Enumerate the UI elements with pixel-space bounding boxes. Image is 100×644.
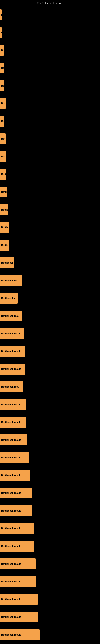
bar-row: Bottleneck resu (0, 378, 100, 396)
bar-label-33: Bottleneck result (1, 598, 21, 601)
bar-row: Bottleneck result (0, 608, 100, 626)
bar-4: Bo (0, 80, 4, 91)
bar-row: Bottleneck result (0, 466, 100, 484)
bar-31: Bottleneck result (0, 558, 36, 569)
bar-row: Bottleneck result (0, 537, 100, 555)
bar-row: Bottleneck result (0, 555, 100, 573)
bar-19: Bottleneck result (0, 346, 25, 357)
bar-label-9: Bott (1, 173, 6, 176)
site-title: TheBottlenecker.com (0, 0, 100, 6)
bar-label-8: Bot (1, 155, 5, 158)
bar-row: Bot (0, 94, 100, 112)
bar-6: Bo (0, 116, 4, 126)
bar-label-13: Bottle (1, 244, 8, 246)
bar-row: Bot (0, 130, 100, 148)
bars-container: BBBoBoBoBotBoBotBotBottBottlBottleBottle… (0, 6, 100, 644)
bar-row: Bott (0, 166, 100, 183)
bar-row: B (0, 24, 100, 42)
bar-11: Bottle (0, 204, 8, 215)
bar-22: Bottleneck result (0, 399, 26, 410)
bar-label-16: Bottleneck r (1, 297, 15, 300)
bar-label-30: Bottleneck result (1, 545, 21, 548)
bar-row: Bottleneck result (0, 573, 100, 590)
bar-label-28: Bottleneck result (1, 509, 21, 512)
bar-row: Bottleneck resu (0, 307, 100, 325)
bar-label-19: Bottleneck result (1, 350, 21, 353)
bar-1: B (0, 27, 1, 38)
bar-17: Bottleneck resu (0, 310, 22, 322)
bar-label-25: Bottleneck result (1, 456, 21, 459)
bar-row: Bottle (0, 236, 100, 254)
bar-row: Bottleneck result (0, 502, 100, 520)
bar-2: Bo (0, 45, 3, 56)
bar-label-2: Bo (1, 49, 3, 52)
bar-18: Bottleneck result (0, 328, 24, 339)
bar-label-26: Bottleneck result (1, 474, 21, 477)
bar-33: Bottleneck result (0, 594, 38, 605)
bar-row: Bo (0, 59, 100, 77)
bar-13: Bottle (0, 240, 9, 250)
bar-label-14: Bottleneck (1, 262, 13, 264)
bar-29: Bottleneck result (0, 523, 34, 534)
bar-label-1: B (1, 31, 1, 34)
bar-label-12: Bottle (1, 226, 8, 229)
bar-label-27: Bottleneck result (1, 492, 21, 494)
bar-row: Bottl (0, 183, 100, 201)
bar-row: Bo (0, 77, 100, 94)
bar-row: Bottleneck result (0, 431, 100, 449)
bar-23: Bottleneck result (0, 417, 26, 428)
bar-label-29: Bottleneck result (1, 527, 21, 530)
bar-label-17: Bottleneck resu (1, 314, 19, 317)
bar-10: Bottl (0, 186, 7, 198)
bar-20: Bottleneck result (0, 364, 25, 374)
bar-9: Bott (0, 169, 6, 180)
bar-row: Bottleneck result (0, 325, 100, 342)
bar-row: B (0, 6, 100, 24)
bar-label-24: Bottleneck result (1, 438, 21, 441)
bar-label-18: Bottleneck result (1, 332, 21, 335)
bar-16: Bottleneck r (0, 293, 18, 304)
bar-3: Bo (0, 62, 4, 74)
bar-21: Bottleneck resu (0, 381, 23, 392)
bar-label-0: B (1, 14, 1, 16)
bar-row: Bottleneck result (0, 449, 100, 466)
bar-label-20: Bottleneck result (1, 368, 21, 370)
bar-32: Bottleneck result (0, 576, 36, 587)
bar-row: Bottleneck result (0, 484, 100, 502)
bar-row: Bo (0, 112, 100, 130)
bar-label-4: Bo (1, 84, 4, 87)
bar-label-5: Bot (1, 102, 5, 105)
bar-label-32: Bottleneck result (1, 580, 21, 583)
bar-7: Bot (0, 134, 6, 144)
bar-25: Bottleneck result (0, 452, 29, 463)
bar-24: Bottleneck result (0, 434, 27, 445)
bar-26: Bottleneck result (0, 470, 30, 481)
bar-row: Bottleneck r (0, 290, 100, 307)
bar-0: B (0, 10, 1, 20)
bar-label-31: Bottleneck result (1, 562, 21, 565)
bar-row: Bottleneck result (0, 342, 100, 360)
bar-row: Bottleneck result (0, 626, 100, 644)
bar-row: Bottleneck result (0, 413, 100, 431)
bar-27: Bottleneck result (0, 488, 32, 498)
bar-label-6: Bo (1, 120, 4, 122)
bar-row: Bottle (0, 218, 100, 236)
bar-row: Bo (0, 42, 100, 59)
bar-label-22: Bottleneck result (1, 403, 21, 406)
bar-label-11: Bottle (1, 208, 8, 211)
bar-28: Bottleneck result (0, 505, 32, 516)
bar-row: Bottle (0, 201, 100, 218)
bar-row: Bottleneck result (0, 396, 100, 413)
bar-15: Bottleneck resu (0, 275, 22, 286)
bar-34: Bottleneck result (0, 612, 38, 622)
bar-30: Bottleneck result (0, 541, 34, 552)
bar-row: Bottleneck result (0, 590, 100, 608)
bar-row: Bottleneck result (0, 520, 100, 537)
bar-label-21: Bottleneck resu (1, 386, 19, 388)
bar-label-3: Bo (1, 66, 4, 70)
bar-label-7: Bot (1, 138, 5, 140)
bar-14: Bottleneck (0, 258, 14, 268)
bar-8: Bot (0, 151, 6, 162)
bar-label-15: Bottleneck resu (1, 279, 19, 282)
bar-label-34: Bottleneck result (1, 616, 21, 618)
